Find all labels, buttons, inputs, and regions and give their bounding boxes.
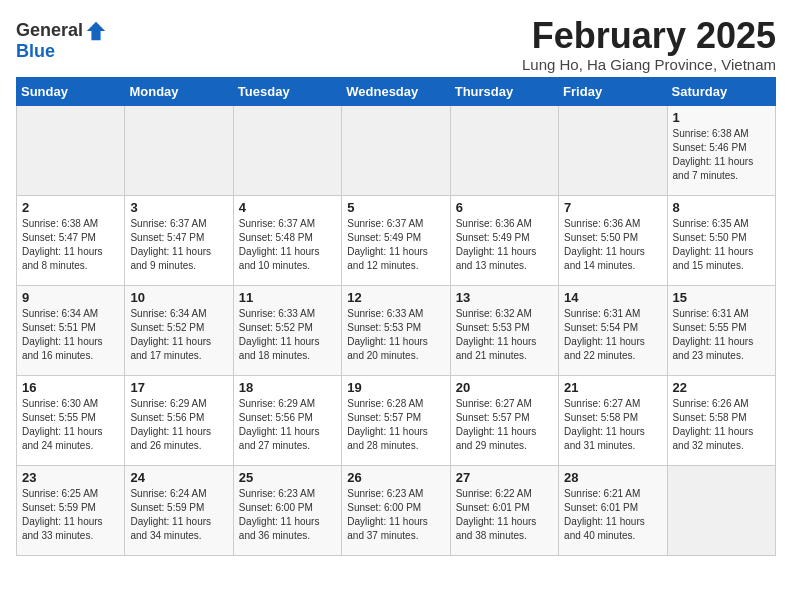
day-info: Sunrise: 6:26 AM Sunset: 5:58 PM Dayligh… (673, 397, 770, 453)
day-info: Sunrise: 6:33 AM Sunset: 5:52 PM Dayligh… (239, 307, 336, 363)
logo: General Blue (16, 20, 107, 62)
day-info: Sunrise: 6:29 AM Sunset: 5:56 PM Dayligh… (130, 397, 227, 453)
calendar-title: February 2025 (522, 16, 776, 56)
calendar-week-row: 1Sunrise: 6:38 AM Sunset: 5:46 PM Daylig… (17, 105, 776, 195)
day-info: Sunrise: 6:36 AM Sunset: 5:50 PM Dayligh… (564, 217, 661, 273)
calendar-cell: 9Sunrise: 6:34 AM Sunset: 5:51 PM Daylig… (17, 285, 125, 375)
day-info: Sunrise: 6:37 AM Sunset: 5:49 PM Dayligh… (347, 217, 444, 273)
calendar-table: SundayMondayTuesdayWednesdayThursdayFrid… (16, 77, 776, 556)
day-info: Sunrise: 6:37 AM Sunset: 5:47 PM Dayligh… (130, 217, 227, 273)
day-number: 13 (456, 290, 553, 305)
day-header-thursday: Thursday (450, 77, 558, 105)
calendar-cell: 20Sunrise: 6:27 AM Sunset: 5:57 PM Dayli… (450, 375, 558, 465)
day-info: Sunrise: 6:27 AM Sunset: 5:58 PM Dayligh… (564, 397, 661, 453)
calendar-cell: 8Sunrise: 6:35 AM Sunset: 5:50 PM Daylig… (667, 195, 775, 285)
calendar-cell: 2Sunrise: 6:38 AM Sunset: 5:47 PM Daylig… (17, 195, 125, 285)
logo-general-text: General (16, 20, 83, 40)
day-info: Sunrise: 6:38 AM Sunset: 5:46 PM Dayligh… (673, 127, 770, 183)
calendar-cell (450, 105, 558, 195)
calendar-cell (17, 105, 125, 195)
calendar-cell: 15Sunrise: 6:31 AM Sunset: 5:55 PM Dayli… (667, 285, 775, 375)
calendar-week-row: 23Sunrise: 6:25 AM Sunset: 5:59 PM Dayli… (17, 465, 776, 555)
day-info: Sunrise: 6:30 AM Sunset: 5:55 PM Dayligh… (22, 397, 119, 453)
day-info: Sunrise: 6:34 AM Sunset: 5:51 PM Dayligh… (22, 307, 119, 363)
calendar-cell: 4Sunrise: 6:37 AM Sunset: 5:48 PM Daylig… (233, 195, 341, 285)
calendar-cell: 24Sunrise: 6:24 AM Sunset: 5:59 PM Dayli… (125, 465, 233, 555)
day-number: 16 (22, 380, 119, 395)
day-info: Sunrise: 6:32 AM Sunset: 5:53 PM Dayligh… (456, 307, 553, 363)
day-info: Sunrise: 6:22 AM Sunset: 6:01 PM Dayligh… (456, 487, 553, 543)
calendar-week-row: 16Sunrise: 6:30 AM Sunset: 5:55 PM Dayli… (17, 375, 776, 465)
day-header-wednesday: Wednesday (342, 77, 450, 105)
calendar-cell: 22Sunrise: 6:26 AM Sunset: 5:58 PM Dayli… (667, 375, 775, 465)
calendar-cell (125, 105, 233, 195)
day-number: 12 (347, 290, 444, 305)
calendar-cell: 12Sunrise: 6:33 AM Sunset: 5:53 PM Dayli… (342, 285, 450, 375)
calendar-cell: 1Sunrise: 6:38 AM Sunset: 5:46 PM Daylig… (667, 105, 775, 195)
day-number: 4 (239, 200, 336, 215)
day-info: Sunrise: 6:34 AM Sunset: 5:52 PM Dayligh… (130, 307, 227, 363)
calendar-cell: 19Sunrise: 6:28 AM Sunset: 5:57 PM Dayli… (342, 375, 450, 465)
calendar-cell: 28Sunrise: 6:21 AM Sunset: 6:01 PM Dayli… (559, 465, 667, 555)
day-number: 17 (130, 380, 227, 395)
day-number: 14 (564, 290, 661, 305)
day-number: 5 (347, 200, 444, 215)
day-number: 19 (347, 380, 444, 395)
calendar-header-row: SundayMondayTuesdayWednesdayThursdayFrid… (17, 77, 776, 105)
calendar-cell: 16Sunrise: 6:30 AM Sunset: 5:55 PM Dayli… (17, 375, 125, 465)
calendar-cell: 14Sunrise: 6:31 AM Sunset: 5:54 PM Dayli… (559, 285, 667, 375)
day-info: Sunrise: 6:23 AM Sunset: 6:00 PM Dayligh… (347, 487, 444, 543)
calendar-cell: 5Sunrise: 6:37 AM Sunset: 5:49 PM Daylig… (342, 195, 450, 285)
day-info: Sunrise: 6:35 AM Sunset: 5:50 PM Dayligh… (673, 217, 770, 273)
day-header-monday: Monday (125, 77, 233, 105)
day-number: 15 (673, 290, 770, 305)
calendar-cell (667, 465, 775, 555)
calendar-cell (559, 105, 667, 195)
calendar-cell: 25Sunrise: 6:23 AM Sunset: 6:00 PM Dayli… (233, 465, 341, 555)
calendar-cell: 3Sunrise: 6:37 AM Sunset: 5:47 PM Daylig… (125, 195, 233, 285)
day-info: Sunrise: 6:36 AM Sunset: 5:49 PM Dayligh… (456, 217, 553, 273)
day-number: 24 (130, 470, 227, 485)
calendar-cell (342, 105, 450, 195)
day-info: Sunrise: 6:25 AM Sunset: 5:59 PM Dayligh… (22, 487, 119, 543)
calendar-week-row: 9Sunrise: 6:34 AM Sunset: 5:51 PM Daylig… (17, 285, 776, 375)
calendar-cell (233, 105, 341, 195)
day-info: Sunrise: 6:37 AM Sunset: 5:48 PM Dayligh… (239, 217, 336, 273)
day-info: Sunrise: 6:24 AM Sunset: 5:59 PM Dayligh… (130, 487, 227, 543)
day-header-friday: Friday (559, 77, 667, 105)
calendar-cell: 7Sunrise: 6:36 AM Sunset: 5:50 PM Daylig… (559, 195, 667, 285)
day-info: Sunrise: 6:31 AM Sunset: 5:54 PM Dayligh… (564, 307, 661, 363)
day-number: 3 (130, 200, 227, 215)
day-number: 11 (239, 290, 336, 305)
day-number: 23 (22, 470, 119, 485)
day-info: Sunrise: 6:28 AM Sunset: 5:57 PM Dayligh… (347, 397, 444, 453)
calendar-cell: 11Sunrise: 6:33 AM Sunset: 5:52 PM Dayli… (233, 285, 341, 375)
calendar-week-row: 2Sunrise: 6:38 AM Sunset: 5:47 PM Daylig… (17, 195, 776, 285)
calendar-subtitle: Lung Ho, Ha Giang Province, Vietnam (522, 56, 776, 73)
day-number: 28 (564, 470, 661, 485)
day-number: 10 (130, 290, 227, 305)
day-number: 2 (22, 200, 119, 215)
day-number: 20 (456, 380, 553, 395)
day-info: Sunrise: 6:29 AM Sunset: 5:56 PM Dayligh… (239, 397, 336, 453)
day-number: 21 (564, 380, 661, 395)
calendar-cell: 21Sunrise: 6:27 AM Sunset: 5:58 PM Dayli… (559, 375, 667, 465)
calendar-cell: 6Sunrise: 6:36 AM Sunset: 5:49 PM Daylig… (450, 195, 558, 285)
logo-blue-text: Blue (16, 41, 55, 61)
calendar-cell: 10Sunrise: 6:34 AM Sunset: 5:52 PM Dayli… (125, 285, 233, 375)
day-info: Sunrise: 6:23 AM Sunset: 6:00 PM Dayligh… (239, 487, 336, 543)
day-header-saturday: Saturday (667, 77, 775, 105)
calendar-cell: 18Sunrise: 6:29 AM Sunset: 5:56 PM Dayli… (233, 375, 341, 465)
day-number: 8 (673, 200, 770, 215)
day-number: 1 (673, 110, 770, 125)
day-number: 25 (239, 470, 336, 485)
day-number: 7 (564, 200, 661, 215)
day-info: Sunrise: 6:33 AM Sunset: 5:53 PM Dayligh… (347, 307, 444, 363)
calendar-cell: 26Sunrise: 6:23 AM Sunset: 6:00 PM Dayli… (342, 465, 450, 555)
day-number: 22 (673, 380, 770, 395)
calendar-cell: 13Sunrise: 6:32 AM Sunset: 5:53 PM Dayli… (450, 285, 558, 375)
calendar-cell: 23Sunrise: 6:25 AM Sunset: 5:59 PM Dayli… (17, 465, 125, 555)
day-number: 18 (239, 380, 336, 395)
day-number: 9 (22, 290, 119, 305)
calendar-cell: 17Sunrise: 6:29 AM Sunset: 5:56 PM Dayli… (125, 375, 233, 465)
